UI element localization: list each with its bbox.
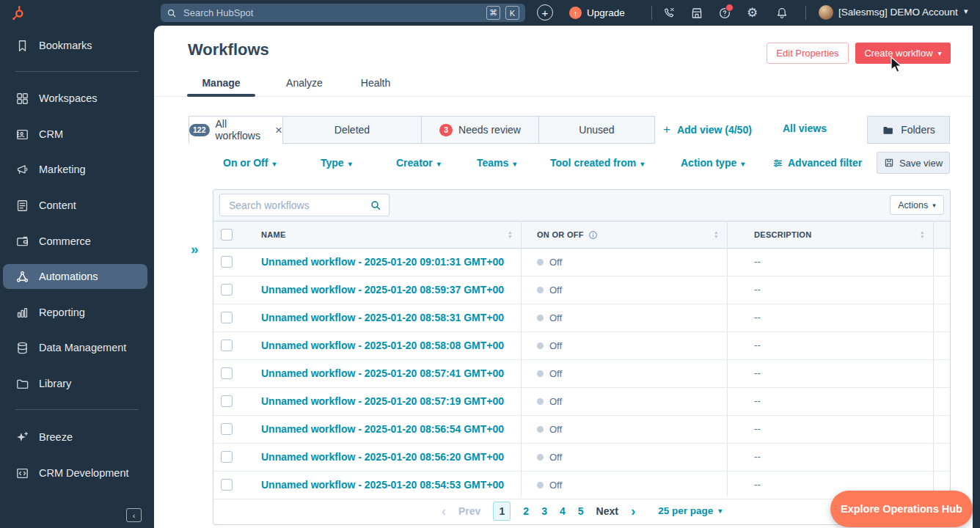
row-checkbox[interactable] [221,340,233,351]
filter-on-or-off[interactable]: On or Off▾ [223,157,276,169]
add-view-button[interactable]: + Add view (4/50) [663,122,752,137]
row-checkbox[interactable] [221,284,233,296]
workflow-name-link[interactable]: Unnamed workflow - 2025-01-20 08:58:08 G… [261,340,516,351]
column-header-name[interactable]: NAME [261,221,286,248]
workflow-name-link[interactable]: Unnamed workflow - 2025-01-20 08:54:53 G… [261,479,516,491]
page-2-button[interactable]: 2 [523,505,529,517]
tab-analyze[interactable]: Analyze [279,77,330,96]
row-checkbox[interactable] [221,395,233,407]
row-checkbox[interactable] [221,479,233,491]
sidebar-item-automations[interactable]: Automations [0,265,154,288]
close-icon[interactable]: × [275,124,282,136]
chevron-right-icon[interactable]: › [631,503,635,519]
global-search[interactable]: ⌘ K [161,4,525,22]
calling-button[interactable] [662,6,676,20]
hubspot-logo-icon[interactable] [10,5,26,21]
view-tab-deleted[interactable]: Deleted [282,116,422,144]
sidebar-item-crm-development[interactable]: CRM Development [0,461,154,485]
page-4-button[interactable]: 4 [560,505,566,517]
sort-arrows-icon[interactable]: ▲▼ [508,230,512,238]
workflow-name-link[interactable]: Unnamed workflow - 2025-01-20 08:57:19 G… [261,395,516,407]
view-tab-label: Needs review [458,124,521,136]
filter-creator[interactable]: Creator▾ [396,157,441,169]
workflow-name-link[interactable]: Unnamed workflow - 2025-01-20 08:56:20 G… [261,451,516,463]
sidebar-item-crm[interactable]: CRM [0,122,154,146]
bar-chart-icon [15,306,29,320]
upgrade-button[interactable]: ↑ Upgrade [569,3,625,23]
workflow-search-input[interactable] [227,199,365,212]
sort-arrows-icon[interactable]: ▲▼ [920,230,924,238]
workflow-name-link[interactable]: Unnamed workflow - 2025-01-20 09:01:31 G… [261,256,516,268]
global-search-input[interactable] [182,7,481,19]
caret-down-icon: ▾ [932,202,936,209]
account-name[interactable]: [Salesmsg] DEMO Account [838,7,958,18]
description-cell: -- [754,256,761,267]
bookmark-icon [15,39,29,53]
sidebar-item-commerce[interactable]: Commerce [0,230,154,253]
sidebar-divider [15,409,139,410]
sidebar-item-content[interactable]: Content [0,194,154,217]
row-checkbox[interactable] [221,256,233,268]
save-view-button[interactable]: Save view [877,152,950,174]
notifications-button[interactable] [775,6,789,20]
add-view-label: Add view (4/50) [677,124,752,136]
help-button[interactable] [717,6,731,20]
sidebar-item-breeze[interactable]: Breeze [0,425,154,449]
filter-teams[interactable]: Teams▾ [477,157,516,169]
status-off-dot-icon [537,315,544,321]
table-row: Unnamed workflow - 2025-01-20 08:56:20 G… [213,444,950,472]
sidebar-item-data-management[interactable]: Data Management [0,336,154,359]
workflow-search[interactable] [219,194,390,216]
workflow-name-link[interactable]: Unnamed workflow - 2025-01-20 08:56:54 G… [261,423,516,435]
needs-review-count-badge: 3 [439,124,453,136]
view-tab-unused[interactable]: Unused [538,116,655,144]
table-row: Unnamed workflow - 2025-01-20 08:57:19 G… [213,388,950,416]
workflow-name-link[interactable]: Unnamed workflow - 2025-01-20 08:57:41 G… [261,367,516,379]
table-row: Unnamed workflow - 2025-01-20 08:58:08 G… [213,332,950,360]
sidebar-item-marketing[interactable]: Marketing [0,158,154,181]
per-page-select[interactable]: 25 per page ▾ [658,505,722,516]
advanced-filter-button[interactable]: Advanced filter [772,157,862,169]
page-1-button[interactable]: 1 [493,502,511,521]
create-workflow-button[interactable]: Create workflow ▾ [855,43,951,64]
explore-operations-hub-button[interactable]: Explore Operations Hub [830,491,973,527]
filter-type[interactable]: Type▾ [321,157,352,169]
tab-health[interactable]: Health [354,77,398,96]
sidebar-item-reporting[interactable]: Reporting [0,301,154,324]
sidebar-item-workspaces[interactable]: Workspaces [0,87,154,110]
row-checkbox[interactable] [221,367,233,379]
expand-folders-panel-button[interactable]: » [191,241,199,257]
actions-button[interactable]: Actions ▾ [890,195,944,215]
all-views-link[interactable]: All views [783,122,827,134]
marketplace-button[interactable] [690,6,703,20]
workflow-name-link[interactable]: Unnamed workflow - 2025-01-20 08:59:37 G… [261,284,516,296]
next-page-button[interactable]: Next [596,505,618,517]
filter-action-type[interactable]: Action type▾ [681,157,745,169]
prev-page-button[interactable]: Prev [458,505,480,517]
sidebar-item-bookmarks[interactable]: Bookmarks [0,34,154,57]
page-3-button[interactable]: 3 [541,505,547,517]
edit-properties-button[interactable]: Edit Properties [767,43,849,64]
sidebar-collapse-button[interactable]: ‹ [126,508,142,522]
column-header-on-or-off[interactable]: ON OR OFF [537,221,598,248]
row-checkbox[interactable] [221,451,233,463]
view-tab-all-workflows[interactable]: 122 All workflows × [189,116,283,144]
page-5-button[interactable]: 5 [578,505,584,517]
chevron-left-icon[interactable]: ‹ [442,503,446,519]
sort-arrows-icon[interactable]: ▲▼ [714,230,718,238]
view-tab-needs-review[interactable]: 3 Needs review [421,116,539,144]
workflow-name-link[interactable]: Unnamed workflow - 2025-01-20 08:58:31 G… [261,312,516,323]
column-header-description[interactable]: DESCRIPTION [754,221,811,248]
description-cell: -- [754,340,761,351]
sidebar-item-library[interactable]: Library [0,372,154,395]
row-checkbox[interactable] [221,423,233,435]
caret-down-icon: ▾ [741,160,745,168]
quick-add-button[interactable]: + [537,4,553,21]
account-avatar[interactable] [819,5,833,20]
filter-tool-created-from[interactable]: Tool created from▾ [550,157,644,169]
view-tab-label: Deleted [334,124,370,136]
select-all-checkbox[interactable] [221,229,233,241]
folders-button[interactable]: Folders [867,116,950,144]
row-checkbox[interactable] [221,312,233,323]
settings-button[interactable]: ⚙ [745,6,759,20]
